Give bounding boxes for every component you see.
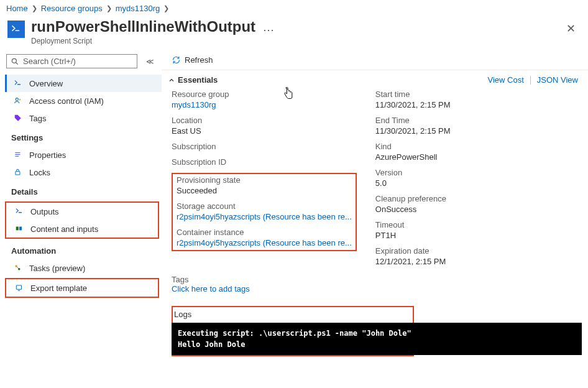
page-subtitle: Deployment Script	[31, 37, 255, 45]
expiration-label: Expiration date	[375, 246, 578, 256]
overview-icon	[13, 78, 23, 88]
properties-icon	[13, 150, 23, 160]
sidebar-item-overview[interactable]: Overview	[5, 75, 162, 92]
resource-group-link[interactable]: myds1130rg	[172, 100, 375, 109]
sidebar-section-automation: Automation	[5, 240, 162, 259]
sidebar-item-label: Access control (IAM)	[29, 96, 104, 106]
sidebar-item-tags[interactable]: Tags	[5, 109, 162, 127]
search-input[interactable]: Search (Ctrl+/)	[6, 54, 137, 68]
sidebar-item-label: Overview	[29, 79, 63, 88]
timeout-label: Timeout	[375, 220, 578, 229]
sidebar-item-locks[interactable]: Locks	[5, 164, 162, 181]
svg-rect-5	[15, 154, 20, 155]
sidebar-item-tasks[interactable]: Tasks (preview)	[5, 259, 162, 277]
end-time-value: 11/30/2021, 2:15 PM	[375, 126, 578, 136]
tags-label: Tags	[172, 275, 188, 284]
svg-rect-9	[19, 227, 22, 231]
view-cost-link[interactable]: View Cost	[487, 75, 523, 85]
toolbar: Refresh	[162, 52, 588, 70]
subscription-label: Subscription	[172, 142, 375, 151]
sidebar-section-settings: Settings	[5, 127, 162, 146]
essentials-header[interactable]: Essentials View Cost JSON View	[162, 70, 588, 88]
chevron-up-icon	[168, 76, 175, 84]
cleanup-value: OnSuccess	[375, 205, 578, 214]
sidebar-item-label: Properties	[29, 150, 66, 160]
kind-label: Kind	[375, 142, 578, 151]
logs-section: Logs Executing script: .\userscript.ps1 …	[172, 306, 414, 356]
location-label: Location	[172, 116, 375, 125]
sidebar-item-content-inputs[interactable]: Content and inputs	[6, 220, 158, 238]
logs-title: Logs	[173, 307, 413, 323]
refresh-icon	[172, 55, 181, 65]
svg-rect-6	[15, 156, 19, 157]
svg-line-1	[16, 62, 18, 64]
divider	[530, 76, 531, 85]
sidebar-item-label: Tasks (preview)	[29, 264, 85, 273]
version-value: 5.0	[375, 178, 578, 188]
add-tags-link[interactable]: Click here to add tags	[172, 284, 250, 293]
close-icon[interactable]: ✕	[563, 22, 579, 35]
resource-group-label: Resource group	[172, 90, 375, 99]
sidebar-item-label: Outputs	[30, 207, 59, 216]
page-title: runPowerShellInlineWithOutput	[31, 18, 255, 35]
kind-value: AzurePowerShell	[375, 152, 578, 162]
refresh-label: Refresh	[185, 55, 213, 65]
location-value: East US	[172, 126, 375, 136]
sidebar: Search (Ctrl+/) ≪ Overview Access contro…	[0, 52, 162, 388]
svg-rect-4	[15, 152, 20, 153]
sidebar-item-label: Locks	[29, 168, 50, 177]
sidebar-item-label: Export template	[30, 284, 87, 293]
start-time-label: Start time	[375, 90, 578, 99]
crumb-rg[interactable]: myds1130rg	[116, 4, 160, 13]
start-time-value: 11/30/2021, 2:15 PM	[375, 100, 578, 109]
tags-icon	[13, 113, 23, 123]
logs-output: Executing script: .\userscript.ps1 -name…	[172, 323, 582, 355]
svg-rect-8	[16, 227, 19, 231]
content-inputs-icon	[14, 224, 24, 234]
end-time-label: End Time	[375, 116, 578, 125]
locks-icon	[13, 167, 23, 177]
sidebar-item-export-template[interactable]: Export template	[6, 279, 158, 297]
container-instance-label: Container instance	[177, 228, 352, 237]
crumb-rgs[interactable]: Resource groups	[41, 4, 103, 13]
svg-rect-12	[16, 285, 21, 289]
more-menu-icon[interactable]: ⋯	[263, 18, 275, 37]
crumb-home[interactable]: Home	[6, 4, 28, 13]
svg-rect-13	[18, 290, 21, 291]
tasks-icon	[13, 263, 23, 273]
search-placeholder: Search (Ctrl+/)	[23, 57, 76, 66]
cleanup-label: Cleanup preference	[375, 194, 578, 203]
expiration-value: 12/1/2021, 2:15 PM	[375, 257, 578, 266]
chevron-right-icon: ❯	[163, 4, 169, 12]
svg-point-0	[12, 58, 16, 63]
sidebar-item-outputs[interactable]: Outputs	[6, 203, 158, 220]
sidebar-item-label: Content and inputs	[30, 224, 98, 234]
container-instance-link[interactable]: r2psim4oyi5hyazscripts (Resource has bee…	[177, 238, 352, 247]
json-view-link[interactable]: JSON View	[537, 75, 578, 85]
version-label: Version	[375, 168, 578, 177]
timeout-value: PT1H	[375, 231, 578, 240]
main-content: Refresh Essentials View Cost JSON View R…	[162, 52, 588, 388]
prov-state-value: Succeeded	[177, 186, 352, 195]
iam-icon	[13, 96, 23, 106]
sidebar-item-properties[interactable]: Properties	[5, 146, 162, 164]
storage-account-label: Storage account	[177, 201, 352, 211]
prov-state-label: Provisioning state	[177, 175, 352, 185]
search-icon	[11, 57, 19, 66]
chevron-right-icon: ❯	[106, 4, 112, 12]
svg-rect-7	[16, 172, 20, 175]
subscription-id-label: Subscription ID	[172, 157, 375, 167]
sidebar-item-iam[interactable]: Access control (IAM)	[5, 92, 162, 109]
refresh-button[interactable]: Refresh	[172, 55, 213, 65]
svg-point-3	[19, 99, 21, 100]
outputs-icon	[14, 206, 24, 216]
breadcrumb: Home ❯ Resource groups ❯ myds1130rg ❯	[0, 0, 588, 16]
sidebar-item-label: Tags	[29, 114, 46, 123]
export-template-icon	[14, 283, 24, 293]
collapse-sidebar-icon[interactable]: ≪	[142, 57, 158, 66]
storage-account-link[interactable]: r2psim4oyi5hyazscripts (Resource has bee…	[177, 212, 352, 221]
essentials-title: Essentials	[178, 75, 218, 85]
deployment-script-icon	[7, 21, 25, 38]
chevron-right-icon: ❯	[32, 4, 37, 12]
sidebar-section-details: Details	[5, 181, 162, 200]
